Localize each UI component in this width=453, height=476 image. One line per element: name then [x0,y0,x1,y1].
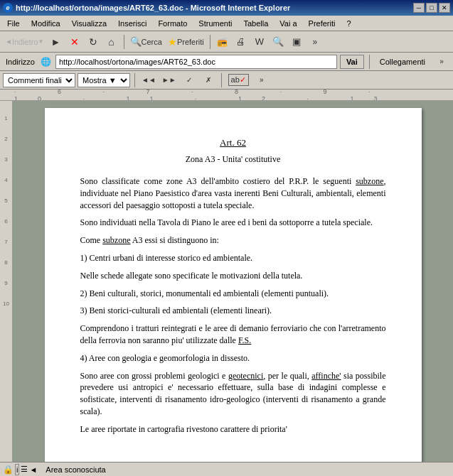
status-bar: 🔒 i ☰ ◄ Area sconosciuta [0,462,453,476]
separator-1 [124,35,124,49]
menu-visualizza[interactable]: Visualizza [68,18,111,29]
chevron-button[interactable]: » [307,33,324,50]
lock-icon: 🔒 [3,465,14,475]
underline-geotecnici: geotecnici [228,371,263,381]
underline-fs: F.S. [238,335,251,345]
search-button[interactable]: 🔍 Cerca [128,33,164,50]
edit-icon: W [255,36,264,47]
status-icon-2: ☰ [21,465,28,474]
back-button[interactable]: ◄ Indietro ▼ [3,33,46,50]
minimize-button[interactable]: ─ [413,3,425,13]
separator-2 [210,35,210,49]
media-button[interactable]: 📻 [214,33,231,50]
paragraph-1: Sono classificate come zone A3 dell'ambi… [80,175,386,211]
media-icon: 📻 [217,37,228,47]
paragraph-5: Nelle schede allegate sono specificate l… [80,270,386,282]
forward-button[interactable]: ► [48,33,65,50]
paragraph-8: Comprendono i tratturi reintegrati e le … [80,323,386,347]
doc-area: 12345678910 Art. 62 Zona A3 - Unita' cos… [0,101,453,462]
back-label: Indietro [12,38,38,46]
toolbar2: Commenti finali Mostra ▼ ◄◄ ►► ✓ ✗ ab✓ » [0,71,453,90]
window-icon: ▣ [292,36,301,47]
paragraph-2: Sono individuati nella Tavola di Piano l… [80,217,386,229]
address-label: Indirizzo [3,58,38,66]
menu-modifica[interactable]: Modifica [27,18,65,29]
chevron-right-icon: » [312,37,317,47]
track-prev-icon: ◄◄ [142,76,156,84]
paragraph-3: Come subzone A3 essi si distinguono in: [80,234,386,247]
spellcheck-button[interactable]: ab✓ [226,72,251,89]
toolbar2-chevron-icon: » [260,76,264,84]
underline-affinche: affinche' [311,371,341,381]
window-button[interactable]: ▣ [288,33,305,50]
back-dropdown-icon: ▼ [38,38,44,45]
left-ruler: 12345678910 [0,101,13,462]
separator-5 [221,73,222,87]
research-button[interactable]: 🔍 [270,33,287,50]
favorites-label: Preferiti [177,38,204,46]
track-next-button[interactable]: ►► [160,72,178,89]
status-icon-1: i [15,464,19,475]
status-text: Area sconosciuta [40,465,450,474]
accept-button[interactable]: ✓ [181,72,198,89]
accept-icon: ✓ [186,76,192,84]
ruler: · 1 · 2 · 3 · 4 · 5 · 6 · 7 · 8 · 9 · 10… [0,90,453,101]
menu-vai[interactable]: Vai a [275,18,301,29]
paragraph-4: 1) Centri urbani di interesse storico ed… [80,252,386,264]
toolbar: ◄ Indietro ▼ ► ✕ ↻ ⌂ 🔍 Cerca ★ Preferiti… [0,31,453,53]
document-scroll-area[interactable]: Art. 62 Zona A3 - Unita' costitutive Son… [13,101,453,462]
doc-subtitle: Zona A3 - Unita' costitutive [80,153,386,166]
title-bar: e http://localhost/ortona/images/ART62_6… [0,0,453,16]
stop-icon: ✕ [70,36,79,48]
restore-button[interactable]: □ [426,3,437,13]
comments-dropdown[interactable]: Commenti finali [3,73,75,87]
menu-help[interactable]: ? [342,18,355,29]
reject-icon: ✗ [206,76,211,84]
stop-button[interactable]: ✕ [66,33,83,50]
menu-file[interactable]: File [3,18,24,29]
track-prev-button[interactable]: ◄◄ [139,72,158,89]
underline-subzone-2: subzone [102,235,130,245]
go-button[interactable]: Vai [340,55,364,69]
title-bar-left: e http://localhost/ortona/images/ART62_6… [3,3,290,13]
address-chevron-button[interactable]: » [433,53,450,70]
window-controls[interactable]: ─ □ ✕ [413,3,450,13]
links-button[interactable]: Collegamenti [375,57,430,67]
menu-formato[interactable]: Formato [154,18,191,29]
status-icon-3: ◄ [29,465,37,474]
document-page: Art. 62 Zona A3 - Unita' costitutive Son… [45,108,422,462]
close-button[interactable]: ✕ [439,3,450,13]
star-icon: ★ [168,36,177,48]
paragraph-6: 2) Beni culturali, storici, monumentali … [80,288,386,300]
menu-bar: File Modifica Visualizza Inserisci Forma… [0,16,453,31]
favorites-button[interactable]: ★ Preferiti [166,33,206,50]
search-icon: 🔍 [130,36,142,47]
menu-inserisci[interactable]: Inserisci [114,18,151,29]
spellcheck-icon: ab✓ [228,74,249,86]
window-title: http://localhost/ortona/images/ART62_63.… [16,4,290,12]
paragraph-10: Sono aree con grossi problemi geologici … [80,370,386,418]
print-button[interactable]: 🖨 [233,33,250,50]
underline-subzone-1: subzone [356,176,383,186]
home-button[interactable]: ⌂ [103,33,120,50]
reject-button[interactable]: ✗ [200,72,217,89]
ruler-marks: · 1 · 2 · 3 · 4 · 5 · 6 · 7 · 8 · 9 · 10… [14,90,439,101]
toolbar2-chevron-button[interactable]: » [253,72,270,89]
research-icon: 🔍 [272,36,284,47]
paragraph-7: 3) Beni storici-culturali ed ambientali … [80,305,386,317]
menu-strumenti[interactable]: Strumenti [194,18,236,29]
track-next-icon: ►► [162,76,176,84]
status-icons: 🔒 i ☰ ◄ [3,464,37,475]
menu-tabella[interactable]: Tabella [239,18,272,29]
refresh-button[interactable]: ↻ [85,33,102,50]
ie-logo-icon: e [3,3,13,13]
page-icon: 🌐 [41,57,51,67]
edit-button[interactable]: W [251,33,268,50]
paragraph-9: 4) Aree con geologia e geomorfologia in … [80,352,386,364]
home-icon: ⌂ [108,36,114,48]
menu-preferiti[interactable]: Preferiti [304,18,340,29]
paragraph-11: Le aree riportate in cartografia rivesto… [80,423,386,436]
address-bar: Indirizzo 🌐 Vai Collegamenti » [0,53,453,71]
show-dropdown[interactable]: Mostra ▼ [78,73,130,87]
address-input[interactable] [55,55,337,69]
